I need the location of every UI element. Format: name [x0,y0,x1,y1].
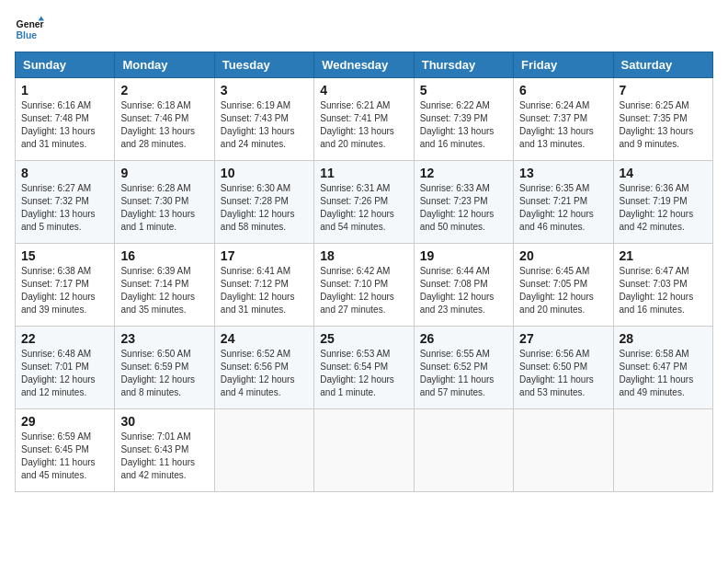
day-number: 12 [420,166,507,180]
calendar-cell: 12 Sunrise: 6:33 AM Sunset: 7:23 PM Dayl… [414,161,513,244]
day-info: Sunrise: 6:27 AM Sunset: 7:32 PM Dayligh… [21,182,108,234]
svg-text:Blue: Blue [17,30,38,40]
weekday-header: Wednesday [314,52,414,78]
day-info: Sunrise: 6:25 AM Sunset: 7:35 PM Dayligh… [620,99,707,151]
weekday-header: Sunday [16,52,115,78]
day-info: Sunrise: 6:53 AM Sunset: 6:54 PM Dayligh… [320,348,407,399]
day-info: Sunrise: 6:56 AM Sunset: 6:50 PM Dayligh… [519,348,607,399]
day-info: Sunrise: 6:41 AM Sunset: 7:12 PM Dayligh… [221,265,308,316]
weekday-header: Saturday [613,52,712,78]
day-number: 27 [519,331,607,346]
day-info: Sunrise: 6:21 AM Sunset: 7:41 PM Dayligh… [320,99,407,151]
calendar-cell: 22 Sunrise: 6:48 AM Sunset: 7:01 PM Dayl… [16,327,115,409]
calendar-cell: 8 Sunrise: 6:27 AM Sunset: 7:32 PM Dayli… [16,161,115,244]
calendar-cell: 26 Sunrise: 6:55 AM Sunset: 6:52 PM Dayl… [414,327,513,409]
calendar-cell: 14 Sunrise: 6:36 AM Sunset: 7:19 PM Dayl… [613,161,712,244]
day-number: 22 [21,331,108,346]
day-info: Sunrise: 6:30 AM Sunset: 7:28 PM Dayligh… [221,182,308,234]
logo: General Blue [15,15,44,44]
day-number: 29 [21,414,108,429]
calendar-cell: 27 Sunrise: 6:56 AM Sunset: 6:50 PM Dayl… [514,327,613,409]
calendar-cell [613,409,712,492]
day-number: 16 [120,248,208,263]
day-info: Sunrise: 6:39 AM Sunset: 7:14 PM Dayligh… [120,265,208,316]
day-info: Sunrise: 6:36 AM Sunset: 7:19 PM Dayligh… [620,182,707,234]
calendar-cell: 15 Sunrise: 6:38 AM Sunset: 7:17 PM Dayl… [16,244,115,327]
calendar-cell: 3 Sunrise: 6:19 AM Sunset: 7:43 PM Dayli… [214,78,313,161]
day-number: 20 [519,248,607,263]
day-number: 5 [420,83,507,98]
day-info: Sunrise: 6:45 AM Sunset: 7:05 PM Dayligh… [519,265,607,316]
calendar-week-row: 1 Sunrise: 6:16 AM Sunset: 7:48 PM Dayli… [16,78,713,161]
calendar-cell [214,409,313,492]
day-info: Sunrise: 6:47 AM Sunset: 7:03 PM Dayligh… [620,265,707,316]
calendar-week-row: 15 Sunrise: 6:38 AM Sunset: 7:17 PM Dayl… [16,244,713,327]
day-number: 24 [221,331,308,346]
day-number: 14 [620,166,707,180]
calendar-cell: 5 Sunrise: 6:22 AM Sunset: 7:39 PM Dayli… [414,78,513,161]
calendar-week-row: 8 Sunrise: 6:27 AM Sunset: 7:32 PM Dayli… [16,161,713,244]
day-info: Sunrise: 6:22 AM Sunset: 7:39 PM Dayligh… [420,99,507,151]
svg-text:General: General [17,19,44,29]
calendar-cell: 13 Sunrise: 6:35 AM Sunset: 7:21 PM Dayl… [514,161,613,244]
calendar-cell: 4 Sunrise: 6:21 AM Sunset: 7:41 PM Dayli… [314,78,414,161]
day-number: 21 [620,248,707,263]
calendar-cell: 9 Sunrise: 6:28 AM Sunset: 7:30 PM Dayli… [115,161,214,244]
calendar-cell [414,409,513,492]
day-number: 30 [120,414,208,429]
day-number: 10 [221,166,308,180]
day-number: 25 [320,331,407,346]
day-info: Sunrise: 6:59 AM Sunset: 6:45 PM Dayligh… [21,431,108,482]
day-info: Sunrise: 6:55 AM Sunset: 6:52 PM Dayligh… [420,348,507,399]
day-info: Sunrise: 6:42 AM Sunset: 7:10 PM Dayligh… [320,265,407,316]
day-number: 2 [120,83,208,98]
calendar-header-row: SundayMondayTuesdayWednesdayThursdayFrid… [16,52,713,78]
calendar-week-row: 22 Sunrise: 6:48 AM Sunset: 7:01 PM Dayl… [16,327,713,409]
calendar-cell: 28 Sunrise: 6:58 AM Sunset: 6:47 PM Dayl… [613,327,712,409]
calendar-cell: 7 Sunrise: 6:25 AM Sunset: 7:35 PM Dayli… [613,78,712,161]
calendar: SundayMondayTuesdayWednesdayThursdayFrid… [15,52,713,492]
calendar-week-row: 29 Sunrise: 6:59 AM Sunset: 6:45 PM Dayl… [16,409,713,492]
day-info: Sunrise: 6:50 AM Sunset: 6:59 PM Dayligh… [120,348,208,399]
calendar-cell: 2 Sunrise: 6:18 AM Sunset: 7:46 PM Dayli… [115,78,214,161]
calendar-cell: 11 Sunrise: 6:31 AM Sunset: 7:26 PM Dayl… [314,161,414,244]
day-info: Sunrise: 6:24 AM Sunset: 7:37 PM Dayligh… [519,99,607,151]
calendar-cell [514,409,613,492]
day-info: Sunrise: 6:52 AM Sunset: 6:56 PM Dayligh… [221,348,308,399]
day-number: 6 [519,83,607,98]
calendar-cell: 29 Sunrise: 6:59 AM Sunset: 6:45 PM Dayl… [16,409,115,492]
day-info: Sunrise: 6:19 AM Sunset: 7:43 PM Dayligh… [221,99,308,151]
day-number: 3 [221,83,308,98]
calendar-cell: 24 Sunrise: 6:52 AM Sunset: 6:56 PM Dayl… [214,327,313,409]
logo-icon: General Blue [15,15,44,44]
calendar-cell: 19 Sunrise: 6:44 AM Sunset: 7:08 PM Dayl… [414,244,513,327]
day-number: 18 [320,248,407,263]
day-number: 23 [120,331,208,346]
day-number: 7 [620,83,707,98]
day-info: Sunrise: 6:18 AM Sunset: 7:46 PM Dayligh… [120,99,208,151]
day-number: 28 [620,331,707,346]
day-number: 9 [120,166,208,180]
calendar-cell: 21 Sunrise: 6:47 AM Sunset: 7:03 PM Dayl… [613,244,712,327]
day-info: Sunrise: 6:48 AM Sunset: 7:01 PM Dayligh… [21,348,108,399]
day-info: Sunrise: 7:01 AM Sunset: 6:43 PM Dayligh… [120,431,208,482]
calendar-cell: 17 Sunrise: 6:41 AM Sunset: 7:12 PM Dayl… [214,244,313,327]
calendar-cell: 25 Sunrise: 6:53 AM Sunset: 6:54 PM Dayl… [314,327,414,409]
day-number: 8 [21,166,108,180]
day-number: 1 [21,83,108,98]
day-info: Sunrise: 6:35 AM Sunset: 7:21 PM Dayligh… [519,182,607,234]
weekday-header: Tuesday [214,52,313,78]
day-info: Sunrise: 6:44 AM Sunset: 7:08 PM Dayligh… [420,265,507,316]
calendar-cell: 18 Sunrise: 6:42 AM Sunset: 7:10 PM Dayl… [314,244,414,327]
day-number: 11 [320,166,407,180]
header: General Blue [15,15,713,44]
calendar-cell: 1 Sunrise: 6:16 AM Sunset: 7:48 PM Dayli… [16,78,115,161]
day-number: 13 [519,166,607,180]
day-number: 4 [320,83,407,98]
calendar-cell: 16 Sunrise: 6:39 AM Sunset: 7:14 PM Dayl… [115,244,214,327]
weekday-header: Friday [514,52,613,78]
weekday-header: Thursday [414,52,513,78]
day-number: 19 [420,248,507,263]
calendar-cell: 30 Sunrise: 7:01 AM Sunset: 6:43 PM Dayl… [115,409,214,492]
calendar-cell: 6 Sunrise: 6:24 AM Sunset: 7:37 PM Dayli… [514,78,613,161]
